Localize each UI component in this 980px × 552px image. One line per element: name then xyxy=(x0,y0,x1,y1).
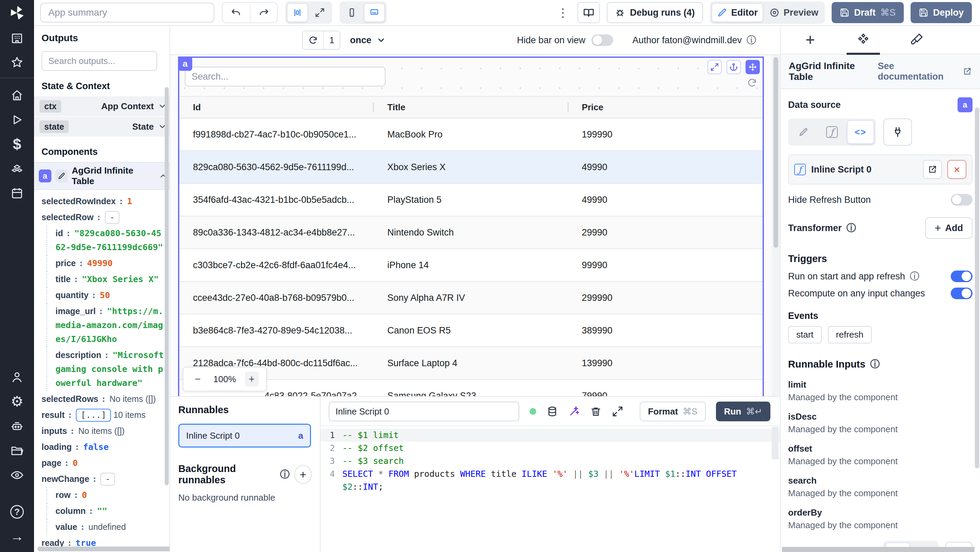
table-row[interactable]: 89c0a336-1343-4812-ac34-e4bb8e27...Ninte… xyxy=(179,216,762,249)
mobile-view-toggle[interactable] xyxy=(341,3,363,22)
building-icon[interactable] xyxy=(0,26,34,50)
aggrid-component[interactable]: a IdTitlePrice f991898d-cb27-4ac7-b10c-0… xyxy=(179,58,762,396)
static-mode-button[interactable] xyxy=(790,120,817,144)
ctx-row[interactable]: ctx App Context xyxy=(34,96,170,116)
tab-editor[interactable]: Editor xyxy=(711,3,763,22)
table-row[interactable]: 2128adca-7fc6-44bd-800c-dc115df6ac...Sur… xyxy=(179,347,762,380)
docs-button[interactable] xyxy=(578,2,600,23)
zoom-out-button[interactable]: − xyxy=(191,373,205,385)
table-row[interactable]: 354f6afd-43ac-4321-b1bc-0b5e5adcb...Play… xyxy=(179,184,762,216)
runnable-item-inline-script-0[interactable]: Inline Script 0 a xyxy=(178,424,311,447)
folder-icon[interactable] xyxy=(0,438,34,463)
table-row[interactable]: ccee43dc-27e0-40a8-b768-b09579b0...Sony … xyxy=(179,282,762,315)
tab-component-settings[interactable] xyxy=(851,26,875,54)
draft-button[interactable]: Draft⌘S xyxy=(832,2,904,23)
collapse-arrow-icon[interactable]: → xyxy=(0,524,34,549)
component-anchor-button[interactable] xyxy=(727,60,741,74)
info-icon[interactable]: ⓘ xyxy=(846,221,856,234)
outputs-horizontal-scrollbar[interactable] xyxy=(37,547,170,551)
expand-value-button[interactable]: - xyxy=(100,473,115,486)
canvas-scrollbar[interactable] xyxy=(772,55,780,396)
outputs-vertical-scrollbar[interactable] xyxy=(165,87,169,485)
column-header-id[interactable]: Id xyxy=(179,97,374,118)
delete-script-button[interactable] xyxy=(590,406,601,417)
settings-vertical-scrollbar[interactable] xyxy=(975,108,979,468)
add-background-runnable-button[interactable]: + xyxy=(294,465,312,484)
code-line[interactable]: 3-- $3 search xyxy=(321,455,780,468)
deploy-button[interactable]: Deploy xyxy=(911,2,972,23)
detach-script-button[interactable] xyxy=(923,160,942,179)
debug-runs-button[interactable]: Debug runs (4) xyxy=(607,2,703,23)
remove-script-button[interactable]: × xyxy=(947,160,966,179)
inline-script-row[interactable]: ƒ Inline Script 0 × xyxy=(788,154,972,185)
expand-editor-button[interactable] xyxy=(612,406,624,417)
ai-assist-button[interactable] xyxy=(568,406,580,417)
tab-preview[interactable]: Preview xyxy=(765,3,823,22)
robot-icon[interactable] xyxy=(0,414,34,438)
code-editor[interactable]: 1-- $1 limit2-- $2 offset3-- $3 search4S… xyxy=(321,426,780,552)
code-line[interactable]: 4SELECT * FROM products WHERE title ILIK… xyxy=(321,468,780,493)
canvas[interactable]: a IdTitlePrice f991898d-cb27-4ac7-b10c-0… xyxy=(170,55,780,396)
info-icon[interactable]: ⓘ xyxy=(910,270,920,283)
help-icon[interactable]: ? xyxy=(0,500,34,524)
table-refresh-button[interactable] xyxy=(747,78,757,89)
component-output-header[interactable]: a AgGrid Infinite Table xyxy=(34,162,170,190)
code-line[interactable]: 1-- $1 limit xyxy=(321,429,780,442)
gear-icon[interactable]: ⚙ xyxy=(0,389,34,414)
script-name-input[interactable] xyxy=(329,402,519,421)
info-icon[interactable]: ⓘ xyxy=(746,34,756,47)
recompute-toggle[interactable] xyxy=(951,288,972,299)
redo-button[interactable] xyxy=(250,3,277,22)
table-row[interactable]: b3e864c8-7fe3-4270-89e9-54c12038...Canon… xyxy=(179,315,762,347)
column-header-title[interactable]: Title xyxy=(374,97,568,118)
fullscreen-canvas-toggle[interactable] xyxy=(309,3,331,22)
column-header-price[interactable]: Price xyxy=(568,97,762,118)
format-button[interactable]: Format⌘S xyxy=(640,402,705,421)
boxes-icon[interactable] xyxy=(0,157,34,181)
refresh-interval-select[interactable]: once xyxy=(350,35,385,46)
table-row[interactable]: c303bce7-cb2e-42c6-8fdf-6aa01fc4e4...iPh… xyxy=(179,249,762,282)
component-move-button[interactable] xyxy=(746,60,760,74)
play-icon[interactable] xyxy=(0,108,34,132)
calendar-icon[interactable] xyxy=(0,181,34,205)
search-outputs-input[interactable] xyxy=(41,51,157,71)
state-row[interactable]: state State xyxy=(34,117,170,137)
add-transformer-button[interactable]: +Add xyxy=(925,217,972,239)
tab-styling[interactable] xyxy=(904,26,928,54)
editor-scrollbar[interactable] xyxy=(772,427,778,460)
dollar-icon[interactable]: $ xyxy=(0,132,34,157)
table-row[interactable]: 829ca080-5630-4562-9d5e-7611199d...Xbox … xyxy=(179,151,762,184)
undo-button[interactable] xyxy=(223,3,250,22)
table-row[interactable]: f991898d-cb27-4ac7-b10c-0b9050ce1...MacB… xyxy=(179,118,762,151)
expand-value-button[interactable]: [...] xyxy=(76,409,111,422)
tab-insert-component[interactable]: + xyxy=(798,26,822,54)
run-on-start-toggle[interactable] xyxy=(951,270,972,282)
app-summary-input[interactable] xyxy=(40,3,215,22)
connect-mode-button[interactable] xyxy=(883,118,912,146)
windmill-logo-icon[interactable] xyxy=(0,0,34,26)
info-icon[interactable]: ⓘ xyxy=(280,468,290,481)
template-mode-button[interactable]: ƒ xyxy=(818,120,846,144)
table-row[interactable]: 4c83-8022-5e70a07a2...Samsung Galaxy S23… xyxy=(179,380,762,396)
hide-bar-toggle[interactable] xyxy=(592,34,613,46)
see-documentation-link[interactable]: See documentation xyxy=(878,61,972,82)
expand-value-button[interactable]: - xyxy=(105,211,119,224)
more-menu-icon[interactable]: ⋮ xyxy=(555,6,571,19)
hide-refresh-toggle[interactable] xyxy=(951,194,972,205)
user-icon[interactable] xyxy=(0,365,34,389)
rename-component-button[interactable] xyxy=(56,169,68,182)
zoom-in-button[interactable]: + xyxy=(245,372,259,387)
component-expand-button[interactable] xyxy=(708,60,722,74)
database-schema-button[interactable] xyxy=(546,406,558,417)
home-icon[interactable] xyxy=(0,83,34,108)
code-mode-button[interactable]: <> xyxy=(847,120,874,144)
desktop-view-toggle[interactable] xyxy=(364,3,385,22)
eye-icon[interactable] xyxy=(0,463,34,487)
star-icon[interactable] xyxy=(0,50,34,75)
info-icon[interactable]: ⓘ xyxy=(870,358,880,371)
refresh-count-control[interactable]: 1 xyxy=(302,31,340,50)
table-search-input[interactable] xyxy=(185,67,385,86)
code-line[interactable]: 2-- $2 offset xyxy=(321,442,780,455)
run-button[interactable]: Run⌘↵ xyxy=(716,402,770,421)
settings-horizontal-scrollbar[interactable] xyxy=(782,547,975,552)
